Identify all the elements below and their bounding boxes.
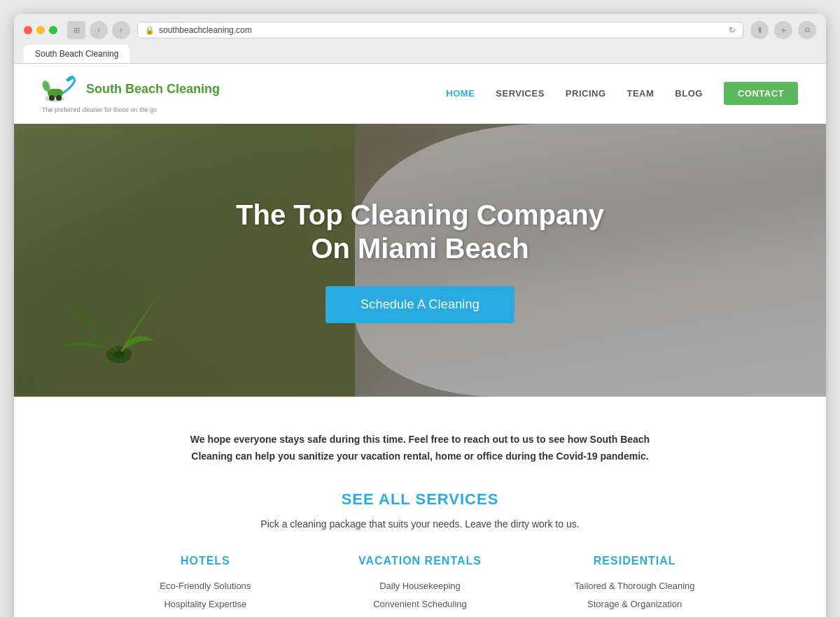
vacation-item-2: Convenient Scheduling bbox=[320, 595, 521, 614]
hotels-item-2: Hospitality Expertise bbox=[105, 595, 306, 614]
svg-point-7 bbox=[113, 351, 125, 358]
residential-title: RESIDENTIAL bbox=[534, 555, 735, 567]
active-tab[interactable]: South Beach Cleaning bbox=[24, 45, 130, 63]
browser-navigation: ⊞ ‹ › bbox=[67, 21, 130, 39]
hotels-item-3: Bonded and Insured bbox=[105, 614, 306, 617]
svg-point-3 bbox=[49, 95, 55, 101]
browser-window: ⊞ ‹ › 🔒 southbeachcleaning.com ↻ ⬆ + ⧉ S… bbox=[14, 14, 826, 617]
nav-links: HOME SERVICES PRICING TEAM BLOG CONTACT bbox=[446, 82, 798, 105]
traffic-lights bbox=[24, 26, 57, 34]
new-tab-button[interactable]: + bbox=[774, 21, 792, 39]
nav-home[interactable]: HOME bbox=[446, 88, 475, 99]
nav-services[interactable]: SERVICES bbox=[496, 88, 545, 99]
covid-notice: We hope everyone stays safe during this … bbox=[175, 432, 665, 465]
browser-chrome: ⊞ ‹ › 🔒 southbeachcleaning.com ↻ ⬆ + ⧉ S… bbox=[14, 14, 826, 64]
nav-team[interactable]: TEAM bbox=[627, 88, 654, 99]
services-grid: HOTELS Eco-Friendly Solutions Hospitalit… bbox=[105, 555, 735, 617]
vacation-item-1: Daily Housekeeping bbox=[320, 577, 521, 595]
reload-icon[interactable]: ↻ bbox=[729, 25, 736, 35]
hero-section: The Top Cleaning Company On Miami Beach … bbox=[14, 124, 826, 397]
contact-button[interactable]: CONTACT bbox=[724, 82, 798, 105]
covid-notice-text: We hope everyone stays safe during this … bbox=[190, 434, 650, 462]
tabs-button[interactable]: ⧉ bbox=[798, 21, 816, 39]
content-section: We hope everyone stays safe during this … bbox=[14, 397, 826, 617]
hotels-item-1: Eco-Friendly Solutions bbox=[105, 577, 306, 595]
services-subheading: Pick a cleaning package that suits your … bbox=[42, 518, 798, 530]
url-text: southbeachcleaning.com bbox=[159, 25, 252, 35]
vacation-rentals-title: VACATION RENTALS bbox=[320, 555, 521, 567]
logo-tagline: The preferred cleaner for those on the g… bbox=[42, 106, 157, 113]
residential-item-2: Storage & Organization bbox=[534, 595, 735, 614]
logo: South Beach Cleaning bbox=[42, 73, 220, 105]
svg-rect-2 bbox=[66, 75, 75, 82]
lock-icon: 🔒 bbox=[145, 26, 155, 35]
svg-point-4 bbox=[56, 95, 62, 101]
fullscreen-button[interactable] bbox=[49, 26, 57, 34]
vacation-item-3: Storage & Organization bbox=[320, 614, 521, 617]
address-bar[interactable]: 🔒 southbeachcleaning.com ↻ bbox=[137, 22, 743, 38]
schedule-cleaning-button[interactable]: Schedule A Cleaning bbox=[326, 286, 514, 323]
residential-item-1: Tailored & Thorough Cleaning bbox=[534, 577, 735, 595]
plant-decoration bbox=[49, 264, 189, 376]
browser-actions: ⬆ + ⧉ bbox=[750, 21, 816, 39]
service-hotels: HOTELS Eco-Friendly Solutions Hospitalit… bbox=[105, 555, 306, 617]
hotels-title: HOTELS bbox=[105, 555, 306, 567]
service-residential: RESIDENTIAL Tailored & Thorough Cleaning… bbox=[534, 555, 735, 617]
sidebar-toggle-button[interactable]: ⊞ bbox=[67, 21, 85, 39]
logo-area: South Beach Cleaning The preferred clean… bbox=[42, 73, 220, 113]
minimize-button[interactable] bbox=[36, 26, 45, 34]
forward-button[interactable]: › bbox=[112, 21, 130, 39]
hero-content: The Top Cleaning Company On Miami Beach … bbox=[236, 198, 604, 323]
services-heading: SEE ALL SERVICES bbox=[42, 490, 798, 509]
close-button[interactable] bbox=[24, 26, 32, 34]
back-button[interactable]: ‹ bbox=[90, 21, 108, 39]
share-button[interactable]: ⬆ bbox=[750, 21, 769, 39]
nav-pricing[interactable]: PRICING bbox=[566, 88, 606, 99]
logo-name: South Beach Cleaning bbox=[86, 83, 220, 97]
website-content: South Beach Cleaning The preferred clean… bbox=[14, 64, 826, 617]
service-vacation-rentals: VACATION RENTALS Daily Housekeeping Conv… bbox=[320, 555, 521, 617]
hero-title: The Top Cleaning Company On Miami Beach bbox=[236, 198, 604, 265]
site-navigation: South Beach Cleaning The preferred clean… bbox=[14, 64, 826, 124]
browser-tabs: South Beach Cleaning bbox=[24, 45, 816, 63]
residential-item-3: Laundry Services bbox=[534, 614, 735, 617]
logo-icon bbox=[42, 73, 80, 105]
nav-blog[interactable]: BLOG bbox=[675, 88, 703, 99]
